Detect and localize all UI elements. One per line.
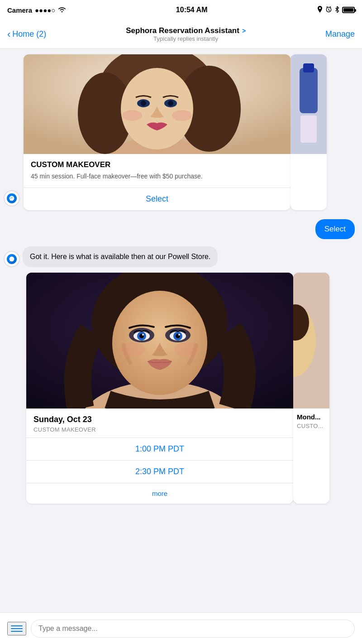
menu-button[interactable] (7, 622, 26, 635)
chat-area: CUSTOM MAKEOVER 45 min session. Full-fac… (0, 49, 362, 642)
bot-message-row: Got it. Here is what is available then a… (0, 243, 362, 271)
status-bar-left: Camera ●●●●○ (7, 6, 66, 14)
svg-point-14 (172, 110, 192, 121)
slot-partial-body: Mond... CUSTO... (293, 409, 329, 432)
wifi-icon (58, 6, 66, 14)
svg-point-12 (168, 101, 173, 106)
slot-partial-service: CUSTO... (297, 423, 326, 429)
messenger-icon-mid (7, 254, 17, 264)
slot-cards-section: Sunday, Oct 23 CUSTOM MAKEOVER 1:00 PM P… (0, 271, 362, 509)
bot-bubble: Got it. Here is what is available then a… (23, 246, 218, 267)
status-bar-time: 10:54 AM (176, 6, 208, 14)
slot-card-image (26, 273, 293, 409)
service-card-desc: 45 min session. Full-face makeover—free … (31, 172, 283, 181)
svg-point-0 (62, 11, 63, 12)
nav-subtitle: Typically replies instantly (50, 35, 322, 42)
svg-point-11 (141, 101, 146, 106)
nav-center: Sephora Reservation Assistant > Typicall… (46, 26, 325, 42)
slot-card-oct23: Sunday, Oct 23 CUSTOM MAKEOVER 1:00 PM P… (26, 273, 293, 504)
bluetooth-icon (335, 6, 339, 14)
service-cards-section: CUSTOM MAKEOVER 45 min session. Full-fac… (0, 49, 362, 216)
user-bubble: Select (315, 219, 355, 239)
nav-bar: ‹ Home (2) Sephora Reservation Assistant… (0, 20, 362, 49)
service-card-body: CUSTOM MAKEOVER 45 min session. Full-fac… (24, 154, 291, 187)
alarm-icon (325, 6, 332, 14)
partial-card-image (291, 54, 327, 154)
svg-point-13 (122, 110, 142, 121)
slot-card-body: Sunday, Oct 23 CUSTOM MAKEOVER (26, 409, 293, 437)
service-card-title: CUSTOM MAKEOVER (31, 160, 283, 169)
slot-service: CUSTOM MAKEOVER (33, 426, 286, 433)
manage-button[interactable]: Manage (325, 29, 355, 39)
svg-point-31 (142, 334, 144, 336)
slot-partial-image (293, 273, 329, 409)
svg-rect-16 (300, 68, 318, 113)
slot-time-btn-1[interactable]: 1:00 PM PDT (26, 437, 293, 460)
user-message-row: Select (0, 216, 362, 243)
menu-line-2 (11, 628, 23, 629)
slot-avatar-spacer (0, 273, 23, 504)
nav-title: Sephora Reservation Assistant (126, 26, 239, 35)
status-bar-right (317, 6, 355, 14)
menu-line-1 (11, 625, 23, 626)
carrier-label: Camera (7, 6, 32, 14)
input-bar (0, 612, 362, 644)
select-button-custom-makeover[interactable]: Select (24, 188, 291, 210)
bot-avatar-top (4, 190, 20, 207)
back-chevron-icon: ‹ (7, 29, 10, 39)
signal-dots: ●●●●○ (35, 6, 55, 14)
location-icon (317, 6, 323, 14)
svg-rect-17 (303, 63, 314, 72)
menu-line-3 (11, 631, 23, 632)
slot-card-partial: Mond... CUSTO... (293, 273, 329, 504)
slot-time-btn-2[interactable]: 2:30 PM PDT (26, 460, 293, 483)
service-card-custom-makeover: CUSTOM MAKEOVER 45 min session. Full-fac… (24, 54, 291, 210)
nav-title-row: Sephora Reservation Assistant > (50, 26, 322, 35)
service-cards-scroll: CUSTOM MAKEOVER 45 min session. Full-fac… (0, 54, 362, 210)
message-input[interactable] (31, 620, 355, 638)
battery-icon (342, 7, 355, 13)
nav-title-chevron-icon: > (242, 27, 246, 34)
bot-avatar-mid (4, 251, 20, 267)
slot-more-btn[interactable]: more (26, 483, 293, 504)
back-label: Home (2) (12, 29, 46, 39)
slot-date: Sunday, Oct 23 (33, 415, 286, 424)
slot-partial-date: Mond... (297, 413, 326, 421)
service-card-partial (291, 54, 327, 210)
status-bar: Camera ●●●●○ 10:54 AM (0, 0, 362, 20)
messenger-icon-top (7, 193, 17, 203)
svg-point-32 (178, 334, 180, 336)
svg-rect-18 (300, 115, 317, 143)
service-card-image (24, 54, 291, 154)
back-button[interactable]: ‹ Home (2) (7, 29, 46, 39)
slot-cards-scroll: Sunday, Oct 23 CUSTOM MAKEOVER 1:00 PM P… (0, 273, 362, 504)
